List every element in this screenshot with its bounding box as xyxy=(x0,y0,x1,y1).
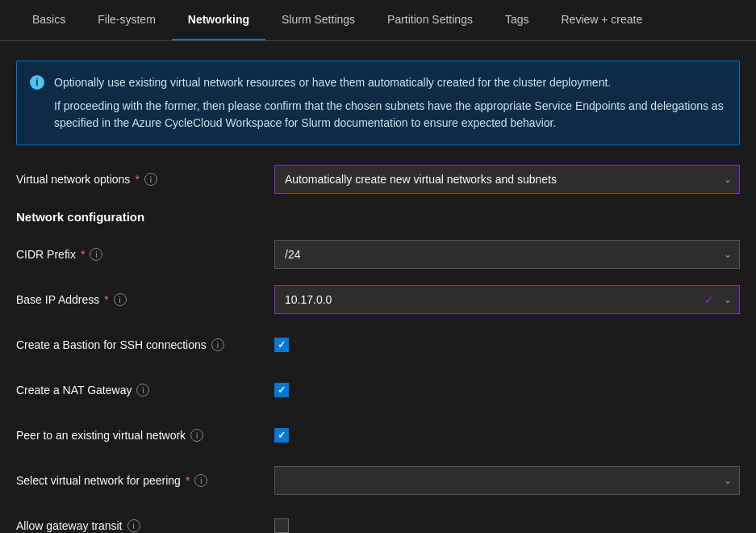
gateway-transit-checkbox-wrapper xyxy=(274,518,289,533)
tab-networking[interactable]: Networking xyxy=(172,0,265,40)
bastion-tooltip-icon[interactable]: i xyxy=(211,338,224,351)
tab-slurm[interactable]: Slurm Settings xyxy=(265,0,371,40)
cidr-select-wrapper: /24 ⌄ xyxy=(274,240,740,269)
bastion-label: Create a Bastion for SSH connections i xyxy=(16,338,274,351)
gateway-transit-tooltip-icon[interactable]: i xyxy=(127,519,140,532)
vnet-options-label: Virtual network options * i xyxy=(16,173,274,186)
base-ip-label: Base IP Address * i xyxy=(16,293,274,306)
navigation-tabs: Basics File-system Networking Slurm Sett… xyxy=(0,0,756,41)
gateway-transit-label: Allow gateway transit i xyxy=(16,519,274,532)
vnet-options-row: Virtual network options * i Automaticall… xyxy=(16,165,740,194)
info-text: Optionally use existing virtual network … xyxy=(54,74,726,132)
tab-filesystem[interactable]: File-system xyxy=(81,0,172,40)
cidr-required: * xyxy=(81,248,85,261)
vnet-options-tooltip-icon[interactable]: i xyxy=(144,173,157,186)
nat-tooltip-icon[interactable]: i xyxy=(136,384,149,397)
nat-gateway-row: Create a NAT Gateway i xyxy=(16,376,740,405)
bastion-row: Create a Bastion for SSH connections i xyxy=(16,330,740,359)
cidr-prefix-row: CIDR Prefix * i /24 ⌄ xyxy=(16,240,740,269)
tab-partition[interactable]: Partition Settings xyxy=(371,0,489,40)
tab-tags[interactable]: Tags xyxy=(489,0,545,40)
tab-basics[interactable]: Basics xyxy=(16,0,81,40)
vnet-options-select[interactable]: Automatically create new virtual network… xyxy=(274,165,740,194)
base-ip-select[interactable]: 10.17.0.0 xyxy=(274,285,740,314)
tab-review[interactable]: Review + create xyxy=(545,0,659,40)
nat-checkbox-wrapper xyxy=(274,383,289,397)
info-icon: i xyxy=(30,75,44,90)
select-vnet-tooltip-icon[interactable]: i xyxy=(194,474,207,487)
nat-gateway-label: Create a NAT Gateway i xyxy=(16,384,274,397)
base-ip-row: Base IP Address * i 10.17.0.0 ✓ ⌄ xyxy=(16,285,740,314)
main-content: i Optionally use existing virtual networ… xyxy=(0,41,756,533)
cidr-select[interactable]: /24 xyxy=(274,240,740,269)
bastion-checkbox[interactable] xyxy=(274,338,289,352)
peer-checkbox-wrapper xyxy=(274,428,289,443)
base-ip-tooltip-icon[interactable]: i xyxy=(114,293,127,306)
base-ip-required: * xyxy=(104,293,108,306)
select-vnet-required: * xyxy=(186,474,190,487)
vnet-options-select-wrapper: Automatically create new virtual network… xyxy=(274,165,740,194)
required-indicator: * xyxy=(135,173,139,186)
network-config-heading: Network configuration xyxy=(16,210,740,224)
bastion-checkbox-wrapper xyxy=(274,338,289,352)
info-line1: Optionally use existing virtual network … xyxy=(54,74,726,91)
nat-checkbox[interactable] xyxy=(274,383,289,397)
peer-vnet-label: Peer to an existing virtual network i xyxy=(16,429,274,442)
peer-vnet-row: Peer to an existing virtual network i xyxy=(16,421,740,450)
select-vnet-select[interactable] xyxy=(274,466,740,495)
info-line2: If proceeding with the former, then plea… xyxy=(54,98,726,132)
cidr-tooltip-icon[interactable]: i xyxy=(90,248,102,261)
gateway-transit-checkbox[interactable] xyxy=(274,518,289,533)
select-vnet-peering-row: Select virtual network for peering * i ⌄ xyxy=(16,466,740,495)
cidr-label: CIDR Prefix * i xyxy=(16,248,274,261)
gateway-transit-row: Allow gateway transit i xyxy=(16,511,740,533)
base-ip-select-wrapper: 10.17.0.0 ✓ ⌄ xyxy=(274,285,740,314)
info-banner: i Optionally use existing virtual networ… xyxy=(16,61,740,145)
peer-tooltip-icon[interactable]: i xyxy=(190,429,203,442)
select-vnet-wrapper: ⌄ xyxy=(274,466,740,495)
peer-checkbox[interactable] xyxy=(274,428,289,443)
select-vnet-label: Select virtual network for peering * i xyxy=(16,474,274,487)
